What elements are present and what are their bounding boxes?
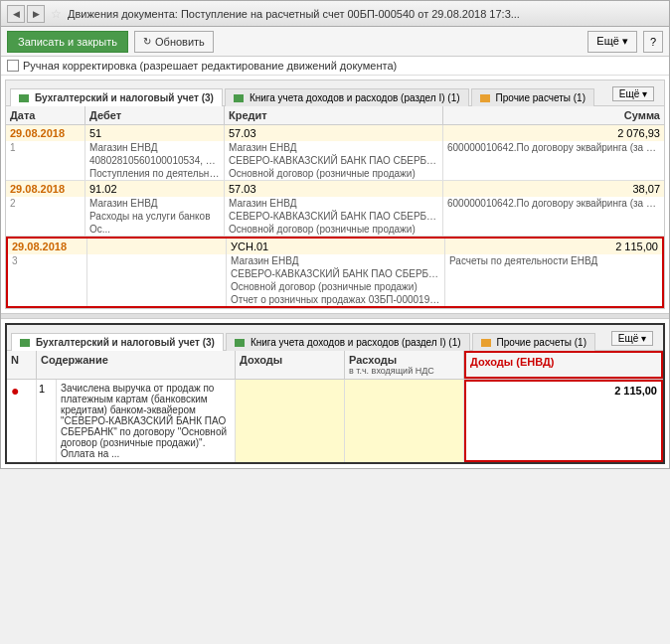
sub-td-summa-1-1: 600000010642.По договору эквайринга (за … [443,141,664,154]
tab-other-icon [480,94,490,102]
td-date-2: 29.08.2018 [6,181,85,197]
manual-correction-label: Ручная корректировка (разрешает редактир… [23,60,397,72]
nav-buttons: ◀ ▶ [7,5,45,23]
sub-row-2-1[interactable]: 2 Магазин ЕНВД Магазин ЕНВД 600000010642… [6,197,664,210]
th2-dohody-envd: Доходы (ЕНВД) [464,351,663,379]
td-debet-1: 51 [85,125,225,141]
bookmark-icon[interactable]: ☆ [51,7,62,21]
section1-esche-button[interactable]: Ещё ▾ [612,86,654,101]
window-title: Движения документа: Поступление на расче… [68,8,663,20]
sub-td-kredit-3-4: Отчет о розничных продажах 03БП-000019 о… [227,293,445,306]
main-window: ◀ ▶ ☆ Движения документа: Поступление на… [0,0,670,469]
td2-rashody-1 [345,380,464,462]
tab-book[interactable]: Книга учета доходов и расходов (раздел I… [225,88,469,106]
section2-esche-button[interactable]: Ещё ▾ [611,331,653,346]
sub-td-debet-2-2: Расходы на услуги банков [85,210,225,223]
td-date-3: 29.08.2018 [8,239,87,254]
table-row-group-2: 29.08.2018 91.02 57.03 38,07 2 Магазин Е… [6,181,664,237]
sub-td-debet-3-2 [87,267,227,280]
sub-td-debet-3-3 [87,280,227,293]
sub-row-3-3[interactable]: Основной договор (розничные продажи) [8,280,662,293]
tab-book-icon [234,94,244,102]
table-row-main-1[interactable]: 29.08.2018 51 57.03 2 076,93 [6,125,664,141]
sub-td-debet-3-4 [87,293,227,306]
title-bar: ◀ ▶ ☆ Движения документа: Поступление на… [1,1,669,27]
tab-accounting[interactable]: Бухгалтерский и налоговый учет (3) [10,88,223,106]
more-button[interactable]: Ещё ▾ [587,31,637,53]
back-button[interactable]: ◀ [7,5,25,23]
sub-row-3-1[interactable]: 3 Магазин ЕНВД Расчеты по деятельности Е… [8,254,662,267]
sub-td-kredit-3-1: Магазин ЕНВД [227,254,445,267]
td-kredit-1: 57.03 [225,125,443,141]
sub-td-debet-1-2: 40802810560100010534, СЕВЕРО-КАВКАЗСКИ..… [85,154,225,167]
sub-td-kredit-3-2: СЕВЕРО-КАВКАЗСКИЙ БАНК ПАО СБЕРБАНК [227,267,445,280]
th2-n: N [7,351,37,379]
save-close-button[interactable]: Записать и закрыть [7,31,128,53]
td2-dohodyenvd-1: 2 115,00 [464,380,663,462]
th2-content: Содержание [37,351,236,379]
td-kredit-3: УСН.01 [227,239,445,254]
td-summa-2: 38,07 [443,181,664,197]
manual-correction-checkbox[interactable] [7,60,19,72]
section2-table-header: N Содержание Доходы Расходы в т.ч. входя… [7,351,663,380]
sub-td-kredit-2-1: Магазин ЕНВД [225,197,443,210]
table2-row-1[interactable]: ● 1 Зачислена выручка от продаж по плате… [7,380,663,462]
td2-dot: ● [7,380,37,462]
help-button[interactable]: ? [643,31,663,53]
refresh-icon: ↻ [143,36,151,47]
sub-td-kredit-3-3: Основной договор (розничные продажи) [227,280,445,293]
table-row-main-3[interactable]: 29.08.2018 УСН.01 2 115,00 [8,239,662,254]
sub-row-3-4[interactable]: Отчет о розничных продажах 03БП-000019 о… [8,293,662,306]
sub-row-1-3[interactable]: Поступления по деятельности (эквайринг) … [6,167,664,180]
th-debet: Дебет [85,106,225,124]
tab2-other[interactable]: Прочие расчеты (1) [472,333,595,351]
tab2-accounting-icon [20,339,30,347]
table-row-group-1: 29.08.2018 51 57.03 2 076,93 1 Магазин Е… [6,125,664,181]
th-date: Дата [6,106,85,124]
sub-row-2-3[interactable]: Ос... Основной договор (розничные продаж… [6,223,664,236]
sub-td-kredit-1-1: Магазин ЕНВД [225,141,443,154]
tab-accounting-icon [19,94,29,102]
th-summa: Сумма [443,106,664,124]
tab2-book[interactable]: Книга учета доходов и расходов (раздел I… [226,333,470,351]
tab2-other-icon [481,339,491,347]
sub-td-debet-1-3: Поступления по деятельности (эквайринг) … [85,167,225,180]
table-row-group-3-highlighted: 29.08.2018 УСН.01 2 115,00 3 Магазин ЕНВ… [6,237,664,308]
td2-content-1: Зачислена выручка от продаж по платежным… [57,380,236,462]
sub-row-3-2[interactable]: СЕВЕРО-КАВКАЗСКИЙ БАНК ПАО СБЕРБАНК [8,267,662,280]
sub-td-summa-3-1: Расчеты по деятельности ЕНВД [445,254,662,267]
td2-num: 1 [37,380,57,462]
sub-row-2-2[interactable]: Расходы на услуги банков СЕВЕРО-КАВКАЗСК… [6,210,664,223]
td-kredit-2: 57.03 [225,181,443,197]
section2: Бухгалтерский и налоговый учет (3) Книга… [5,323,665,464]
sub-row-1-1[interactable]: 1 Магазин ЕНВД Магазин ЕНВД 600000010642… [6,141,664,154]
sub-td-debet-1-1: Магазин ЕНВД [85,141,225,154]
section1: Бухгалтерский и налоговый учет (3) Книга… [5,80,665,309]
refresh-button[interactable]: ↻ Обновить [134,31,214,53]
sub-row-1-2[interactable]: 40802810560100010534, СЕВЕРО-КАВКАЗСКИ..… [6,154,664,167]
forward-button[interactable]: ▶ [27,5,45,23]
tab2-accounting[interactable]: Бухгалтерский и налоговый учет (3) [11,333,224,351]
section1-table-header: Дата Дебет Кредит Сумма [6,106,664,125]
td-summa-1: 2 076,93 [443,125,664,141]
sub-td-debet-2-1: Магазин ЕНВД [85,197,225,210]
table-row-main-2[interactable]: 29.08.2018 91.02 57.03 38,07 [6,181,664,197]
tab-other[interactable]: Прочие расчеты (1) [471,88,594,106]
sub-td-summa-2-1: 600000010642.По договору эквайринга (за … [443,197,664,210]
sub-td-kredit-1-3: Основной договор (розничные продажи) [225,167,443,180]
th2-rashody: Расходы в т.ч. входящий НДС [345,351,464,379]
manual-correction-row: Ручная корректировка (разрешает редактир… [1,57,669,76]
section-divider [1,313,669,319]
td-summa-3: 2 115,00 [445,239,662,254]
sub-td-kredit-2-3: Основной договор (розничные продажи) [225,223,443,236]
td-date-1: 29.08.2018 [6,125,85,141]
sub-td-debet-2-3: Ос... [85,223,225,236]
td2-dohody-1 [236,380,345,462]
td-debet-2: 91.02 [85,181,225,197]
toolbar: Записать и закрыть ↻ Обновить Ещё ▾ ? [1,27,669,57]
section2-tabs-bar: Бухгалтерский и налоговый учет (3) Книга… [7,325,663,351]
th-kredit: Кредит [225,106,443,124]
th2-dohody: Доходы [236,351,345,379]
sub-td-kredit-1-2: СЕВЕРО-КАВКАЗСКИЙ БАНК ПАО СБЕРБАНК [225,154,443,167]
sub-td-kredit-2-2: СЕВЕРО-КАВКАЗСКИЙ БАНК ПАО СБЕРБАНК [225,210,443,223]
